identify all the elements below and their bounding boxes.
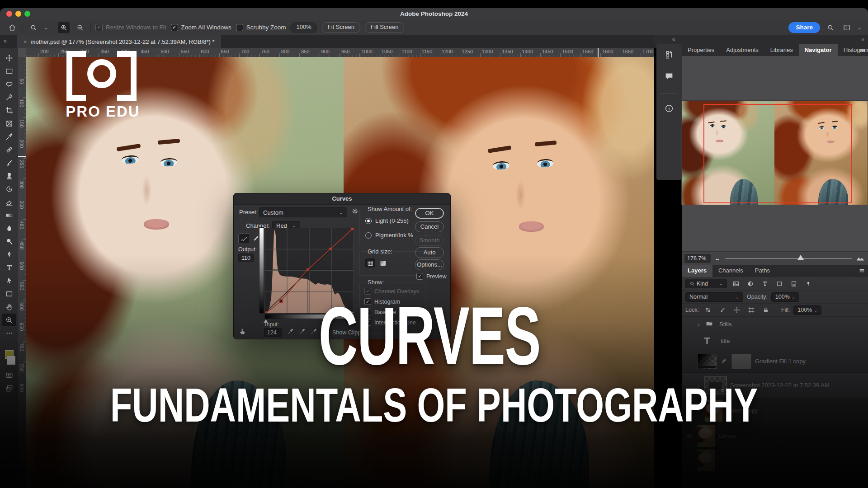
resize-windows-checkbox[interactable]: Resize Windows to Fit <box>95 24 166 31</box>
layer-row-unnamed[interactable] <box>682 449 868 472</box>
curve-point-mid[interactable] <box>307 268 309 271</box>
zoom-tool[interactable] <box>2 314 16 326</box>
move-tool[interactable] <box>2 52 16 64</box>
cancel-button[interactable]: Cancel <box>415 221 444 232</box>
curve-point-upper[interactable] <box>329 248 332 250</box>
layer-row-title[interactable]: T title <box>682 332 868 350</box>
curve-point-selected[interactable] <box>279 300 283 303</box>
curve-plot[interactable] <box>265 228 354 313</box>
navigator-thumbnail[interactable] <box>682 101 868 205</box>
navigator-zoom-field[interactable]: 176.7% <box>684 254 711 263</box>
navigator-zoom-slider[interactable] <box>725 258 852 259</box>
filter-adjustment-layers-button[interactable] <box>745 279 756 288</box>
pen-tool[interactable] <box>2 248 16 261</box>
comments-button[interactable] <box>664 71 674 83</box>
gradient-tool[interactable] <box>2 209 16 221</box>
tab-libraries[interactable]: Libraries <box>764 44 799 56</box>
healing-brush-tool[interactable] <box>2 143 16 156</box>
layer-row-gradient-fill-1-copy[interactable]: Gradient Fill 1 copy <box>682 350 868 373</box>
quick-selection-tool[interactable] <box>2 91 16 103</box>
horizontal-ruler[interactable]: 200 250 300 350 400 450 500 550 600 650 … <box>26 48 654 57</box>
pigment-radio[interactable]: Pigment/Ink % <box>365 232 413 239</box>
tab-properties[interactable]: Properties <box>682 44 720 56</box>
tab-navigator[interactable]: Navigator <box>799 44 838 56</box>
curve-point-black[interactable] <box>265 311 267 313</box>
smooth-button[interactable]: Smooth <box>415 235 444 246</box>
fit-screen-button[interactable]: Fit Screen <box>322 22 360 33</box>
tab-paths[interactable]: Paths <box>749 265 776 277</box>
show-option-histogram[interactable]: Histogram <box>364 298 419 305</box>
output-field[interactable]: 110 <box>238 253 254 262</box>
show-option-baseline[interactable]: Baseline <box>364 309 419 315</box>
gradient-thumbnail[interactable] <box>698 354 717 369</box>
targeted-adjustment-tool[interactable] <box>238 327 247 338</box>
lock-pixels-button[interactable] <box>717 305 728 314</box>
crop-tool[interactable] <box>2 104 16 117</box>
brush-tool[interactable] <box>2 156 16 169</box>
fill-dropdown[interactable]: 100%⌄ <box>793 305 821 315</box>
lock-transparency-button[interactable] <box>703 305 713 314</box>
ruler-origin-box[interactable] <box>18 48 27 57</box>
quick-mask-button[interactable] <box>2 369 16 381</box>
filter-type-layers-button[interactable] <box>760 279 770 288</box>
lock-all-button[interactable] <box>760 305 771 314</box>
input-field[interactable]: 124 <box>264 328 282 337</box>
filter-shape-layers-button[interactable] <box>774 279 785 288</box>
mask-thumbnail[interactable] <box>732 354 751 369</box>
preview-checkbox[interactable]: Preview <box>416 273 446 280</box>
curves-dialog[interactable]: Curves Preset: Custom⌄ Channel: Red⌄ <box>233 193 451 339</box>
screen-mode-button[interactable] <box>2 382 16 394</box>
lock-artboard-button[interactable] <box>746 305 757 314</box>
light-radio[interactable]: Light (0-255) <box>365 217 409 224</box>
curve-point-white[interactable] <box>351 228 354 230</box>
tab-layers[interactable]: Layers <box>682 265 712 277</box>
filter-pixel-layers-button[interactable] <box>731 279 741 288</box>
grid-coarse-button[interactable] <box>365 258 375 267</box>
collapse-dock-chevron[interactable]: » <box>861 36 864 42</box>
layer-thumbnail[interactable] <box>698 425 715 447</box>
zoom-in-mountains-icon[interactable] <box>855 255 865 262</box>
dialog-title[interactable]: Curves <box>234 193 450 205</box>
slice-tool[interactable] <box>2 117 16 130</box>
zoom-out-button[interactable] <box>74 22 86 33</box>
scrubby-zoom-checkbox[interactable]: Scrubby Zoom <box>236 24 286 31</box>
workspace-chevron[interactable]: ⌄ <box>857 24 862 31</box>
filter-toggle[interactable] <box>803 279 814 288</box>
zoom-tool-options-icon[interactable] <box>28 22 39 33</box>
lasso-tool[interactable] <box>2 78 16 90</box>
share-button[interactable]: Share <box>788 22 820 33</box>
workspace-switcher[interactable] <box>841 22 853 33</box>
layer-thumbnail[interactable] <box>705 400 722 422</box>
background-color-swatch[interactable] <box>7 356 15 365</box>
rectangle-tool[interactable] <box>2 287 16 300</box>
blend-mode-dropdown[interactable]: Normal⌄ <box>685 292 743 302</box>
tab-channels[interactable]: Channels <box>712 265 749 277</box>
white-eyedropper[interactable] <box>311 328 317 337</box>
eyedropper-tool[interactable] <box>2 130 16 143</box>
filter-kind-dropdown[interactable]: Kind ⌄ <box>685 279 727 288</box>
info-button[interactable] <box>664 103 674 115</box>
tab-close-icon[interactable]: × <box>24 38 27 45</box>
options-button[interactable]: Options... <box>415 259 444 270</box>
layer-row-curves-copy[interactable]: › curves copy <box>682 398 868 423</box>
blur-tool[interactable] <box>2 222 16 235</box>
smart-object-thumbnail[interactable] <box>705 377 726 394</box>
opacity-dropdown[interactable]: 100%⌄ <box>771 292 799 302</box>
history-brush-tool[interactable] <box>2 183 16 195</box>
dodge-tool[interactable] <box>2 235 16 248</box>
collapse-strip-chevron[interactable]: « <box>672 36 675 42</box>
layer-thumbnail[interactable] <box>698 450 715 471</box>
filter-smart-objects-button[interactable] <box>788 279 799 288</box>
type-tool[interactable] <box>2 261 16 274</box>
preset-gear-button[interactable] <box>351 207 359 217</box>
preset-dropdown[interactable]: Custom⌄ <box>259 207 347 217</box>
ok-button[interactable]: OK <box>415 208 444 219</box>
tool-preset-chevron[interactable]: ⌄ <box>44 24 48 31</box>
lock-position-button[interactable] <box>731 305 742 314</box>
slider-thumb[interactable] <box>797 255 804 260</box>
fill-screen-button[interactable]: Fill Screen <box>365 22 404 33</box>
gray-eyedropper[interactable] <box>299 328 306 337</box>
auto-button[interactable]: Auto <box>415 247 444 258</box>
visibility-toggle[interactable] <box>685 432 693 440</box>
tab-adjustments[interactable]: Adjustments <box>720 44 764 56</box>
